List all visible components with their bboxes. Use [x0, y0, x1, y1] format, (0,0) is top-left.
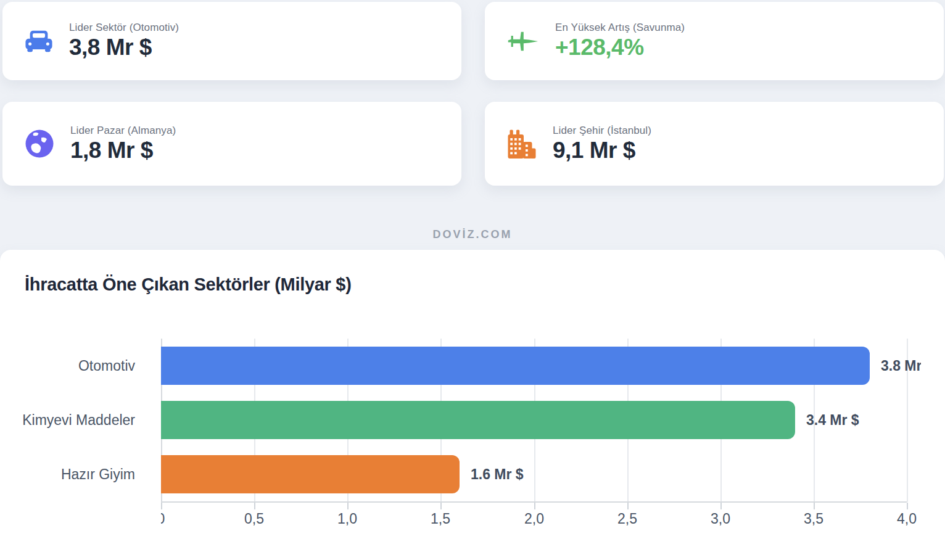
bar-kimyevi-maddeler[interactable] — [161, 401, 795, 439]
category-axis: OtomotivKimyevi MaddelerHazır Giyim — [0, 339, 148, 502]
x-tick-label: 2,0 — [510, 511, 559, 527]
x-tick-label: 2,5 — [603, 511, 652, 527]
x-axis-tick — [440, 503, 442, 509]
x-tick-label: 1,0 — [323, 511, 372, 527]
x-tick-label: 3,0 — [696, 511, 745, 527]
x-axis-tick — [534, 503, 535, 509]
chart-card: İhracatta Öne Çıkan Sektörler (Milyar $)… — [0, 250, 945, 560]
stat-card-en-yuksek-artis: En Yüksek Artış (Savunma) +128,4% — [485, 2, 944, 80]
x-tick-label: 0,5 — [229, 511, 279, 527]
stat-value: 1,8 Mr $ — [70, 138, 176, 163]
globe-icon — [25, 129, 54, 159]
x-tick-label: 3,5 — [789, 511, 838, 527]
stat-label: Lider Şehir (İstanbul) — [553, 125, 651, 137]
stat-card-lider-sehir: Lider Şehir (İstanbul) 9,1 Mr $ — [485, 102, 944, 186]
x-axis-line — [161, 501, 907, 503]
x-axis-tick — [907, 503, 908, 509]
category-label: Otomotiv — [0, 347, 148, 385]
x-axis-tick — [627, 503, 629, 509]
stat-text: En Yüksek Artış (Savunma) +128,4% — [555, 22, 685, 60]
stat-text: Lider Sektör (Otomotiv) 3,8 Mr $ — [69, 22, 179, 60]
x-tick-label: 1,5 — [416, 511, 465, 527]
stat-value: 9,1 Mr $ — [553, 138, 651, 163]
bar-otomotiv[interactable] — [161, 347, 870, 385]
bar-hazır-giyim[interactable] — [161, 455, 460, 493]
category-label: Kimyevi Maddeler — [0, 401, 148, 439]
car-icon — [25, 30, 53, 53]
fighter-jet-icon — [507, 28, 539, 54]
x-axis-tick — [720, 503, 722, 509]
chart-title: İhracatta Öne Çıkan Sektörler (Milyar $) — [25, 274, 352, 295]
x-tick-label: 0 — [161, 511, 186, 527]
stat-text: Lider Şehir (İstanbul) 9,1 Mr $ — [553, 125, 651, 163]
stat-card-grid: Lider Sektör (Otomotiv) 3,8 Mr $ En Yüks… — [0, 0, 945, 186]
stat-value: +128,4% — [555, 35, 685, 60]
dashboard: Lider Sektör (Otomotiv) 3,8 Mr $ En Yüks… — [0, 0, 945, 560]
stat-card-lider-pazar: Lider Pazar (Almanya) 1,8 Mr $ — [2, 102, 461, 186]
stat-label: Lider Pazar (Almanya) — [70, 125, 176, 137]
stat-value: 3,8 Mr $ — [69, 35, 179, 60]
plot-area: 00,51,01,52,02,53,03,54,03.8 Mr $3.4 Mr … — [161, 339, 921, 542]
x-tick-label: 4,0 — [882, 511, 921, 527]
x-axis-tick — [161, 503, 162, 509]
category-label: Hazır Giyim — [0, 455, 148, 493]
stat-label: Lider Sektör (Otomotiv) — [69, 22, 179, 34]
bar-value-label: 1.6 Mr $ — [471, 455, 524, 493]
bar-value-label: 3.8 Mr $ — [881, 347, 921, 385]
x-axis-tick — [814, 503, 815, 509]
x-axis-tick — [254, 503, 255, 509]
stat-text: Lider Pazar (Almanya) 1,8 Mr $ — [70, 125, 176, 163]
city-icon — [507, 129, 537, 159]
stat-label: En Yüksek Artış (Savunma) — [555, 22, 685, 34]
stat-card-lider-sektor: Lider Sektör (Otomotiv) 3,8 Mr $ — [2, 2, 461, 80]
bar-value-label: 3.4 Mr $ — [806, 401, 859, 439]
doviz-com-watermark: DOVİZ.COM — [0, 228, 945, 241]
x-axis-tick — [347, 503, 349, 509]
